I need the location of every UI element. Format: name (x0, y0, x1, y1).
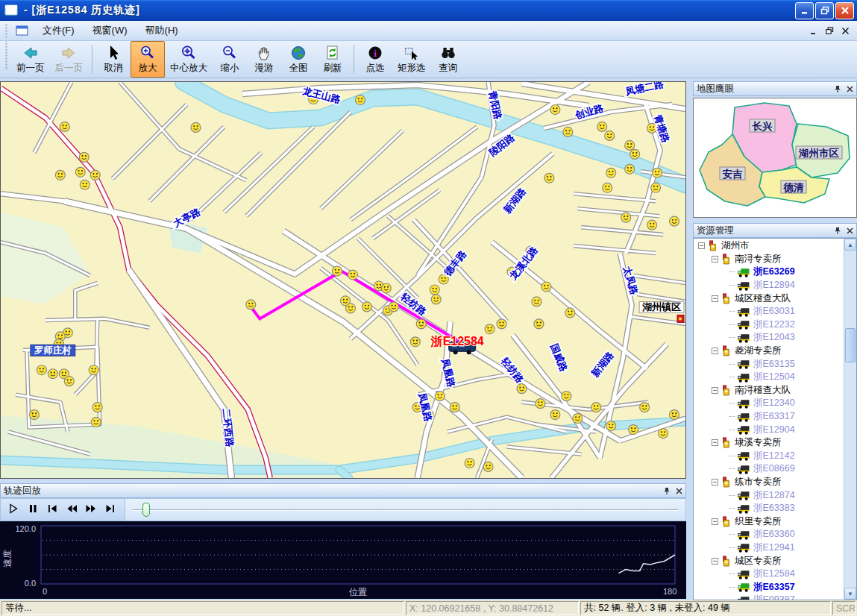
vehicle-marker-icon[interactable] (532, 297, 541, 307)
vehicle-marker-icon[interactable] (573, 414, 583, 424)
toolbar-button-binoculars[interactable]: 查询 (431, 41, 465, 78)
vehicle-marker-icon[interactable] (191, 122, 201, 132)
close-button[interactable] (835, 2, 854, 19)
close-icon[interactable] (847, 86, 853, 92)
vehicle-marker-icon[interactable] (246, 300, 256, 309)
eagle-eye-map[interactable]: 长兴湖州市区安吉德清 (693, 98, 857, 218)
menubar-grip[interactable] (4, 23, 8, 39)
toolbar-button-info[interactable]: i点选 (358, 41, 392, 78)
mdi-child-icon[interactable] (16, 25, 29, 37)
vehicle-marker-icon[interactable] (621, 213, 631, 222)
vehicle-marker-icon[interactable] (450, 403, 459, 412)
vehicle-marker-icon[interactable] (91, 418, 101, 427)
menu-item-1[interactable]: 视窗(W) (84, 21, 136, 40)
vehicle-marker-icon[interactable] (670, 410, 679, 420)
rewind-button[interactable] (63, 501, 81, 519)
vehicle-marker-icon[interactable] (55, 170, 65, 180)
vehicle-marker-icon[interactable] (651, 183, 661, 192)
toolbar-button-cursor[interactable]: 取消 (96, 41, 131, 78)
vehicle-marker-icon[interactable] (544, 173, 554, 183)
tree-node-group[interactable]: −菱湖专卖所 (694, 345, 844, 358)
vehicle-marker-icon[interactable] (416, 319, 426, 329)
tree-node-group[interactable]: −南浔专卖所 (694, 253, 844, 266)
vehicle-marker-icon[interactable] (534, 319, 544, 329)
tree-node-vehicle[interactable]: 浙E12941 (694, 541, 844, 555)
vehicle-marker-icon[interactable] (485, 324, 495, 334)
tree-node-group[interactable]: −练市专卖所 (694, 476, 844, 489)
tree-node-city[interactable]: −湖州市 (694, 239, 844, 253)
vehicle-marker-icon[interactable] (465, 458, 474, 468)
mdi-minimize-icon[interactable] (810, 27, 818, 35)
vehicle-marker-icon[interactable] (640, 403, 650, 412)
vehicle-marker-icon[interactable] (536, 399, 545, 409)
vehicle-marker-icon[interactable] (483, 462, 493, 471)
toolbar-button-zoom-out[interactable]: 缩小 (213, 41, 247, 78)
vehicle-marker-icon[interactable] (603, 183, 612, 192)
vehicle-marker-icon[interactable] (92, 403, 102, 412)
collapse-icon[interactable]: − (698, 242, 705, 249)
close-icon[interactable] (676, 488, 682, 494)
skip-end-button[interactable] (101, 501, 119, 519)
pin-icon[interactable] (663, 487, 671, 495)
tree-node-vehicle[interactable]: 浙E12904 (694, 423, 844, 436)
vehicle-marker-icon[interactable] (550, 410, 560, 420)
vehicle-marker-icon[interactable] (630, 149, 640, 159)
vehicle-marker-icon[interactable] (670, 216, 679, 226)
collapse-icon[interactable]: − (712, 558, 718, 565)
tree-node-vehicle[interactable]: 浙E12874 (694, 488, 844, 502)
vehicle-marker-icon[interactable] (606, 168, 616, 177)
vehicle-marker-icon[interactable] (410, 337, 420, 347)
tree-node-vehicle[interactable]: 浙E12894 (694, 279, 844, 292)
vehicle-marker-icon[interactable] (348, 270, 357, 280)
tree-node-vehicle[interactable]: 浙E12584 (694, 568, 844, 581)
vehicle-marker-icon[interactable] (605, 131, 615, 140)
vehicle-marker-icon[interactable] (517, 384, 527, 394)
tree-node-group[interactable]: −南浔稽查大队 (694, 384, 844, 397)
toolbar-button-rect-select[interactable]: 矩形选 (392, 41, 431, 78)
scroll-up-icon[interactable]: ▲ (844, 239, 856, 251)
play-button[interactable] (4, 501, 22, 519)
vehicle-marker-icon[interactable] (431, 295, 441, 304)
playback-slider[interactable] (125, 499, 685, 521)
vehicle-marker-icon[interactable] (333, 266, 342, 276)
vehicle-marker-icon[interactable] (565, 308, 575, 318)
vehicle-marker-icon[interactable] (89, 365, 98, 375)
vehicle-marker-icon[interactable] (80, 180, 90, 189)
tree-node-vehicle[interactable]: 浙E12232 (694, 318, 844, 332)
vehicle-marker-icon[interactable] (90, 170, 100, 180)
vehicle-marker-icon[interactable] (75, 167, 85, 177)
vehicle-marker-icon[interactable] (550, 105, 560, 115)
pin-icon[interactable] (834, 227, 841, 235)
toolbar-grip[interactable] (4, 41, 8, 70)
vehicle-marker-icon[interactable] (37, 365, 46, 375)
tree-node-vehicle[interactable]: 浙E12504 (694, 371, 844, 384)
tree-node-vehicle[interactable]: 浙E63135 (694, 357, 844, 371)
tree-scrollbar[interactable]: ▲ ▼ (844, 239, 856, 600)
vehicle-marker-icon[interactable] (362, 302, 371, 312)
tree-node-group[interactable]: −埭溪专卖所 (694, 436, 844, 450)
toolbar-button-globe[interactable]: 全图 (281, 41, 316, 78)
collapse-icon[interactable]: − (712, 518, 718, 525)
tree-node-group[interactable]: −城区稽查大队 (694, 292, 844, 305)
vehicle-marker-icon[interactable] (345, 304, 355, 313)
tree-node-vehicle[interactable]: 浙E63317 (694, 410, 844, 424)
mdi-restore-icon[interactable] (826, 27, 834, 35)
vehicle-marker-icon[interactable] (563, 127, 573, 136)
vehicle-marker-icon[interactable] (79, 152, 89, 162)
toolbar-button-hand[interactable]: 漫游 (247, 41, 281, 78)
vehicle-marker-icon[interactable] (606, 421, 616, 431)
minimize-button[interactable] (795, 2, 814, 19)
vehicle-marker-icon[interactable] (629, 425, 638, 435)
menu-item-2[interactable]: 帮助(H) (136, 21, 187, 40)
scroll-down-icon[interactable]: ▼ (844, 588, 856, 600)
tree-node-vehicle[interactable]: 浙E12340 (694, 397, 844, 410)
vehicle-marker-icon[interactable] (389, 302, 398, 312)
tree-node-vehicle[interactable]: 浙E12142 (694, 450, 844, 463)
menu-item-0[interactable]: 文件(F) (34, 21, 84, 40)
vehicle-marker-icon[interactable] (591, 403, 601, 412)
map-canvas[interactable]: 龙王山路凤塘二路青阳路陵阳路创业路青塘路新湖路大亭路德丰路龙溪北路轻纺路凤凰路凤… (1, 82, 685, 478)
vehicle-marker-icon[interactable] (48, 369, 57, 379)
tree-node-group[interactable]: −城区专卖所 (694, 554, 844, 568)
vehicle-marker-icon[interactable] (64, 377, 74, 386)
slider-thumb[interactable] (142, 503, 150, 517)
